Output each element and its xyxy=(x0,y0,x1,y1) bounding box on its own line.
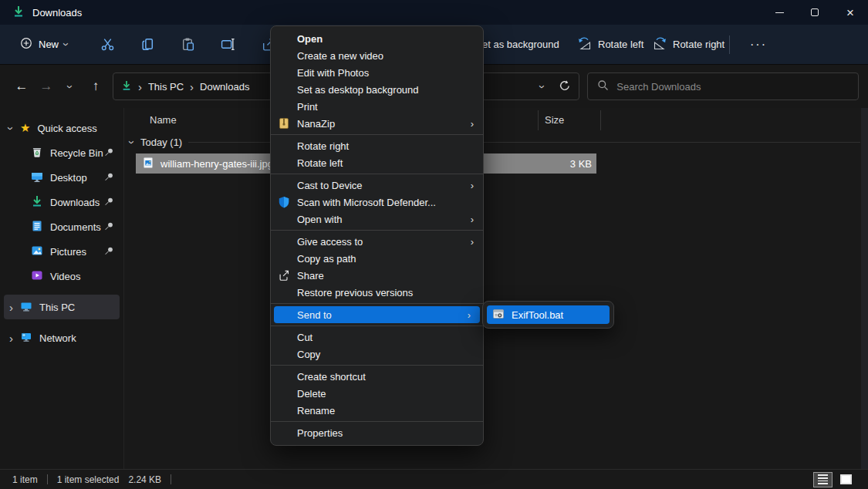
cut-button[interactable] xyxy=(98,35,117,54)
menu-item-open[interactable]: Open xyxy=(271,30,483,47)
address-dropdown-icon[interactable]: › xyxy=(537,85,549,89)
details-view-button[interactable] xyxy=(813,472,833,487)
menu-item-print[interactable]: Print xyxy=(271,98,483,115)
chevron-right-icon[interactable]: › xyxy=(9,302,13,313)
menu-item-label: Properties xyxy=(297,427,483,439)
thumbnails-view-icon xyxy=(840,474,852,484)
menu-item-label: Cast to Device xyxy=(297,180,471,191)
set-as-background-button[interactable]: et as background xyxy=(482,25,559,64)
sidebar-item-videos[interactable]: Videos xyxy=(0,264,123,288)
menu-item-copy-as-path[interactable]: Copy as path xyxy=(271,250,483,267)
window-title: Downloads xyxy=(32,7,82,19)
submenu-item-label: ExifTool.bat xyxy=(512,309,563,321)
menu-item-delete[interactable]: Delete xyxy=(271,385,483,402)
close-button[interactable]: × xyxy=(833,0,868,25)
minimize-button[interactable] xyxy=(762,0,797,25)
maximize-button[interactable] xyxy=(797,0,833,25)
new-button[interactable]: New › xyxy=(14,32,75,56)
chevron-right-icon: › xyxy=(471,118,474,130)
chevron-right-icon[interactable]: › xyxy=(9,332,13,344)
menu-item-open-with[interactable]: Open with› xyxy=(271,211,483,228)
menu-item-label: Cut xyxy=(297,332,483,343)
breadcrumb-this-pc[interactable]: This PC xyxy=(148,81,184,93)
menu-item-properties[interactable]: Properties xyxy=(271,424,483,441)
status-bar: 1 item 1 item selected 2.24 KB xyxy=(0,469,868,489)
copy-button[interactable] xyxy=(138,35,157,54)
sidebar-item-downloads[interactable]: Downloads xyxy=(0,190,123,214)
share-icon xyxy=(271,269,297,282)
forward-button[interactable]: → xyxy=(34,74,59,99)
menu-item-share[interactable]: Share xyxy=(271,267,483,284)
selection-count: 1 item selected xyxy=(57,474,120,485)
defender-icon xyxy=(271,196,297,208)
menu-item-give-access-to[interactable]: Give access to› xyxy=(271,233,483,250)
documents-icon xyxy=(31,220,43,234)
menu-item-label: Give access to xyxy=(297,236,471,248)
sidebar-item-pictures[interactable]: Pictures xyxy=(0,239,123,264)
menu-item-create-shortcut[interactable]: Create shortcut xyxy=(271,368,483,385)
downloads-folder-icon xyxy=(12,5,25,20)
sidebar-item-network[interactable]: › Network xyxy=(0,325,123,350)
menu-item-create-a-new-video[interactable]: Create a new video xyxy=(271,47,483,64)
toolbar-divider xyxy=(729,35,730,54)
chevron-down-icon[interactable]: › xyxy=(5,126,17,130)
menu-item-label: Send to xyxy=(297,309,468,321)
column-header-size[interactable]: Size xyxy=(545,114,564,126)
maximize-icon xyxy=(811,8,819,16)
search-box[interactable] xyxy=(587,73,859,100)
sidebar-item-documents[interactable]: Documents xyxy=(0,214,123,239)
pictures-icon xyxy=(31,244,43,259)
menu-item-edit-with-photos[interactable]: Edit with Photos xyxy=(271,64,483,81)
menu-item-rotate-right[interactable]: Rotate right xyxy=(271,137,483,154)
column-divider[interactable] xyxy=(600,110,601,130)
rotate-right-button[interactable]: Rotate right xyxy=(652,25,724,64)
menu-item-rename[interactable]: Rename xyxy=(271,402,483,419)
recent-locations-button[interactable]: › xyxy=(59,74,83,99)
menu-item-label: Open with xyxy=(297,214,471,225)
sidebar-item-label: Videos xyxy=(50,271,81,282)
menu-item-label: Delete xyxy=(297,388,483,400)
pin-icon xyxy=(104,221,114,234)
menu-item-label: NanaZip xyxy=(297,118,471,130)
rotate-left-button[interactable]: Rotate left xyxy=(577,25,643,64)
menu-item-copy[interactable]: Copy xyxy=(271,346,483,363)
up-button[interactable]: ↑ xyxy=(83,74,108,99)
chevron-right-icon: › xyxy=(471,214,474,225)
search-input[interactable] xyxy=(616,81,849,93)
refresh-button[interactable] xyxy=(559,79,571,94)
menu-item-set-as-desktop-background[interactable]: Set as desktop background xyxy=(271,81,483,98)
menu-separator xyxy=(271,230,483,231)
menu-item-label: Restore previous versions xyxy=(297,287,483,298)
selection-size: 2.24 KB xyxy=(128,474,161,485)
scrollbar-track[interactable] xyxy=(861,108,868,469)
menu-item-restore-previous-versions[interactable]: Restore previous versions xyxy=(271,284,483,301)
more-options-button[interactable]: ··· xyxy=(750,25,767,64)
column-header-name[interactable]: Name xyxy=(150,114,177,126)
breadcrumb-downloads[interactable]: Downloads xyxy=(200,81,249,93)
menu-item-send-to[interactable]: Send to› xyxy=(274,306,480,323)
status-divider xyxy=(171,474,171,484)
menu-item-rotate-left[interactable]: Rotate left xyxy=(271,154,483,171)
cut-icon xyxy=(100,37,115,52)
column-divider[interactable] xyxy=(538,110,539,130)
network-icon xyxy=(20,331,32,346)
menu-item-cut[interactable]: Cut xyxy=(271,329,483,346)
menu-item-cast-to-device[interactable]: Cast to Device› xyxy=(271,177,483,194)
sidebar-item-this-pc[interactable]: › This PC xyxy=(4,295,120,319)
group-header-today[interactable]: › Today (1) xyxy=(130,137,860,148)
menu-item-scan-with-microsoft-defender[interactable]: Scan with Microsoft Defender... xyxy=(271,194,483,211)
quick-access-label: Quick access xyxy=(37,123,96,134)
thumbnails-view-button[interactable] xyxy=(836,472,856,487)
menu-item-nanazip[interactable]: NanaZip› xyxy=(271,115,483,132)
submenu-item-exiftool-bat[interactable]: ExifTool.bat xyxy=(487,305,610,324)
back-button[interactable]: ← xyxy=(9,74,34,99)
chevron-down-icon[interactable]: › xyxy=(127,140,138,144)
paste-button[interactable] xyxy=(178,35,197,54)
sidebar-quick-access[interactable]: › ★ Quick access xyxy=(0,116,123,140)
menu-item-label: Create shortcut xyxy=(297,371,483,383)
sidebar-item-recycle-bin[interactable]: Recycle Bin xyxy=(0,140,123,165)
menu-item-label: Copy as path xyxy=(297,253,483,265)
sidebar-item-label: Recycle Bin xyxy=(50,147,103,159)
sidebar-item-desktop[interactable]: Desktop xyxy=(0,165,123,190)
rename-button[interactable] xyxy=(218,35,237,54)
